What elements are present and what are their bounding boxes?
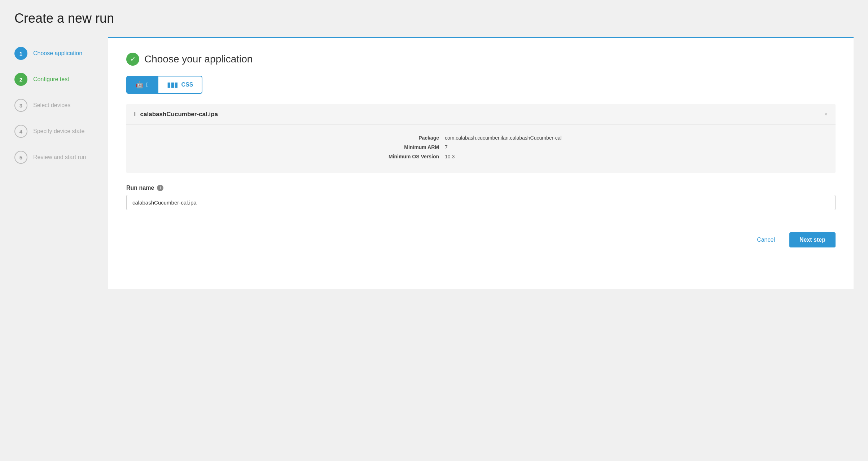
run-name-label-text: Run name	[126, 185, 154, 191]
tab-native[interactable]: 🤖 	[126, 76, 158, 94]
app-name-row:  calabashCucumber-cal.ipa	[134, 110, 218, 118]
remove-app-button[interactable]: ×	[824, 111, 828, 118]
css3-icon: ▮▮▮	[167, 81, 178, 89]
arm-row: Minimum ARM 7	[373, 144, 589, 150]
android-icon: 🤖	[136, 81, 144, 89]
section-title-text: Choose your application	[144, 53, 253, 65]
sidebar: 1 Choose application 2 Configure test 3 …	[14, 37, 108, 289]
arm-value: 7	[445, 144, 448, 150]
sidebar-item-review-start[interactable]: 5 Review and start run	[14, 144, 108, 170]
run-name-section: Run name i	[126, 185, 836, 210]
sidebar-item-select-devices[interactable]: 3 Select devices	[14, 92, 108, 118]
tab-web-label: CSS	[181, 82, 193, 88]
run-name-input[interactable]	[126, 195, 836, 210]
app-filename: calabashCucumber-cal.ipa	[140, 111, 218, 118]
os-label: Minimum OS Version	[373, 154, 445, 159]
step-label-1: Choose application	[33, 50, 82, 57]
package-row: Package com.calabash.cucumber.ilan.calab…	[373, 135, 589, 141]
cancel-button[interactable]: Cancel	[750, 233, 782, 247]
content-panel: ✓ Choose your application 🤖  ▮▮▮ CSS  …	[108, 37, 854, 289]
page-title: Create a new run	[14, 11, 854, 26]
step-circle-3: 3	[14, 99, 27, 112]
step-circle-5: 5	[14, 151, 27, 164]
app-details: Package com.calabash.cucumber.ilan.calab…	[126, 125, 836, 173]
package-label: Package	[373, 135, 445, 141]
arm-label: Minimum ARM	[373, 144, 445, 150]
sidebar-item-choose-application[interactable]: 1 Choose application	[14, 40, 108, 66]
tab-web[interactable]: ▮▮▮ CSS	[158, 76, 203, 94]
check-icon: ✓	[126, 53, 139, 66]
app-type-tabs: 🤖  ▮▮▮ CSS	[126, 76, 836, 94]
step-circle-1: 1	[14, 47, 27, 60]
next-step-button[interactable]: Next step	[789, 232, 836, 247]
sidebar-item-configure-test[interactable]: 2 Configure test	[14, 66, 108, 92]
step-label-5: Review and start run	[33, 154, 86, 161]
sidebar-item-specify-device-state[interactable]: 4 Specify device state	[14, 118, 108, 144]
package-value: com.calabash.cucumber.ilan.calabashCucum…	[445, 135, 562, 141]
run-name-label-row: Run name i	[126, 185, 836, 191]
step-label-3: Select devices	[33, 102, 70, 109]
os-version-row: Minimum OS Version 10.3	[373, 154, 589, 159]
content-footer: Cancel Next step	[108, 225, 854, 255]
apple-icon: 	[146, 81, 149, 89]
os-value: 10.3	[445, 154, 455, 159]
section-header: ✓ Choose your application	[126, 53, 836, 66]
app-header-row:  calabashCucumber-cal.ipa ×	[126, 104, 836, 125]
step-label-2: Configure test	[33, 76, 69, 83]
step-circle-4: 4	[14, 125, 27, 138]
run-name-info-icon[interactable]: i	[157, 185, 163, 191]
step-label-4: Specify device state	[33, 128, 84, 135]
app-info-box:  calabashCucumber-cal.ipa × Package com…	[126, 104, 836, 173]
apple-file-icon: 	[134, 110, 137, 118]
step-circle-2: 2	[14, 73, 27, 86]
